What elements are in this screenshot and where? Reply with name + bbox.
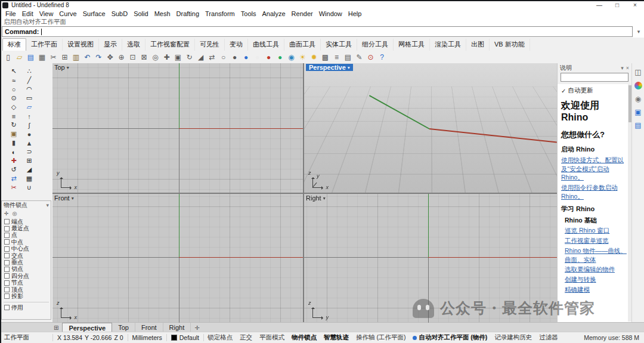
toolbar-tab[interactable]: 曲线工具 (248, 39, 284, 51)
toolbar-tab[interactable]: 渲染工具 (430, 39, 466, 51)
panel-dock-icon[interactable]: ◫ (633, 67, 643, 78)
checkbox-icon[interactable] (4, 226, 10, 231)
notes-icon[interactable]: ✎ (354, 52, 365, 63)
viewport-tab[interactable]: Right (163, 323, 191, 332)
pan-icon[interactable]: ✥ (104, 52, 116, 63)
open-file-icon[interactable]: ▱ (14, 52, 25, 63)
osnap-option[interactable]: 投影 (4, 293, 51, 299)
checkbox-icon[interactable] (4, 260, 10, 265)
cut-icon[interactable]: ✂ (48, 52, 59, 63)
menu-item[interactable]: Window (316, 10, 345, 18)
viewport-front[interactable]: Front ▾ z x (52, 194, 303, 323)
menu-item[interactable]: Help (345, 10, 365, 18)
copy-icon[interactable]: ⊞ (59, 52, 70, 63)
trim-icon[interactable]: ✂ (6, 183, 21, 192)
menu-item[interactable]: Drafting (174, 10, 203, 18)
redo-icon[interactable]: ↷ (93, 52, 104, 63)
polygon-icon[interactable]: ◇ (6, 103, 21, 112)
status-toggle[interactable]: 过滤器 (535, 333, 562, 342)
monitor-icon[interactable]: ▣ (633, 107, 643, 118)
viewport-label-right[interactable]: Right ▾ (306, 194, 326, 202)
checkbox-icon[interactable] (4, 280, 10, 286)
paste-icon[interactable]: ▥ (70, 52, 82, 63)
osnap-planar-icon[interactable]: ◎ (13, 211, 17, 217)
close-button[interactable]: × (626, 0, 644, 10)
toolbar-tab[interactable]: 选取 (122, 39, 145, 51)
toolbar-tab[interactable]: 工作平面 (26, 39, 63, 51)
rendered-view-icon[interactable]: ● (263, 52, 274, 63)
menu-item[interactable]: Analyze (259, 10, 288, 18)
curve-icon[interactable]: ≈ (6, 76, 21, 85)
status-toggle[interactable]: 物件锁点 (288, 333, 320, 342)
print-icon[interactable]: ▦ (36, 52, 48, 63)
toolbar-tab[interactable]: 显示 (99, 39, 122, 51)
status-toggle[interactable]: 平面模式 (256, 333, 288, 342)
point-icon[interactable]: ∴ (21, 67, 37, 76)
toolbar-tab[interactable]: 出图 (466, 39, 490, 51)
panel-close-icon[interactable]: × (625, 65, 630, 71)
status-toggle[interactable]: 锁定格点 (204, 333, 236, 342)
panel-menu-icon[interactable]: ▾ (620, 65, 625, 71)
checkbox-icon[interactable] (4, 273, 10, 279)
snapshot-icon[interactable]: ◉ (633, 94, 643, 104)
checkbox-icon[interactable] (4, 233, 10, 238)
units-indicator[interactable]: Millimeters (128, 334, 166, 341)
viewport-label-front[interactable]: Front ▾ (54, 194, 74, 202)
render-ball-icon[interactable] (634, 82, 642, 89)
maximize-button[interactable]: □ (608, 0, 626, 10)
copy-object-icon[interactable]: ▣ (172, 52, 184, 63)
help-link[interactable]: 使用指令行参数启动 Rhino。 (561, 183, 627, 200)
checkbox-icon[interactable] (4, 267, 10, 272)
menu-item[interactable]: SubD (109, 10, 131, 18)
menu-item[interactable]: Transform (202, 10, 238, 18)
render-icon[interactable]: ● (240, 52, 252, 63)
viewport-tab[interactable]: Perspective (62, 323, 112, 332)
scale-icon[interactable]: ◢ (195, 52, 206, 63)
help-link[interactable]: Rhino 物件——曲线、曲面、实体 (565, 246, 627, 264)
menu-item[interactable]: Surface (80, 10, 109, 18)
join-icon[interactable]: ∪ (21, 183, 37, 192)
auto-update-option[interactable]: ✓ 自动更新 (561, 86, 627, 95)
viewport-tab[interactable]: Top (112, 323, 135, 332)
checkbox-icon[interactable] (4, 239, 10, 245)
surface-icon[interactable]: ▱ (21, 103, 37, 112)
menu-item[interactable]: Render (289, 10, 316, 18)
help-link[interactable]: 工作视窗单巡览 (565, 236, 627, 245)
help-link[interactable]: 精确建模 (565, 285, 627, 294)
zoom-window-icon[interactable]: ⊡ (127, 52, 138, 63)
fillet-icon[interactable]: ⊃ (21, 147, 37, 156)
toolbar-tab[interactable]: 曲面工具 (284, 39, 321, 51)
extrude-icon[interactable]: ↑ (21, 112, 37, 120)
zoom-dynamic-icon[interactable]: ⊕ (116, 52, 127, 63)
new-file-icon[interactable]: ▯ (2, 52, 14, 63)
status-toggle[interactable]: 记录建构历史 (491, 333, 535, 342)
checkbox-icon[interactable] (4, 293, 10, 299)
status-toggle[interactable]: 正交 (236, 333, 256, 342)
sphere-icon[interactable]: ● (21, 129, 37, 138)
loft-icon[interactable]: ≡ (6, 112, 21, 120)
menu-item[interactable]: Solid (131, 10, 151, 18)
command-input[interactable]: Command: (2, 26, 633, 37)
checkbox-icon[interactable] (4, 253, 10, 258)
toolbar-tab[interactable]: 网格工具 (394, 39, 430, 51)
help-link[interactable]: 选取要编辑的物件 (565, 265, 627, 274)
rectangle-icon[interactable]: ▭ (21, 94, 37, 103)
checkbox-icon[interactable] (4, 246, 10, 252)
viewport-top[interactable]: Top ▾ y x (52, 63, 303, 193)
box-icon[interactable]: ▣ (6, 129, 21, 138)
spotlight-icon[interactable]: ✹ (308, 52, 320, 63)
shaded-view-icon[interactable]: ● (252, 52, 263, 63)
menu-item[interactable]: Edit (19, 10, 36, 18)
select-arrow-icon[interactable]: ↖ (6, 67, 21, 76)
boolean-union-icon[interactable]: ◐ (6, 147, 21, 156)
copy-icon[interactable]: ⊞ (21, 156, 37, 165)
viewport-tab[interactable]: Front (135, 323, 163, 332)
toolbar-tab[interactable]: 实体工具 (321, 39, 357, 51)
save-file-icon[interactable]: ▤ (25, 52, 36, 63)
help-link[interactable]: 创建与转换 (565, 275, 627, 284)
material-icon[interactable]: ● (274, 52, 286, 63)
sun-icon[interactable]: ☀ (297, 52, 308, 63)
menu-item[interactable]: Curve (56, 10, 79, 18)
help-icon[interactable]: ? (376, 52, 388, 63)
minimize-button[interactable]: — (590, 0, 608, 10)
